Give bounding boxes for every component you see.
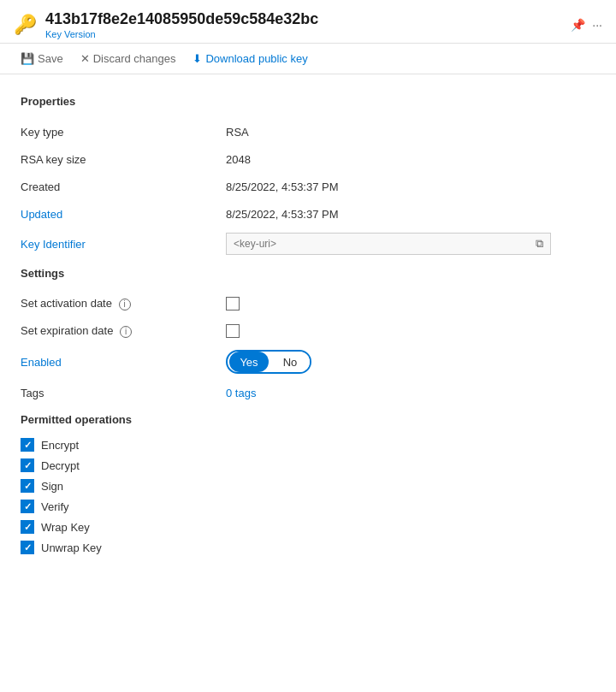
- toolbar: 💾 Save ✕ Discard changes ⬇ Download publ…: [0, 43, 616, 74]
- enabled-row: Enabled Yes No: [21, 345, 595, 379]
- more-icon[interactable]: ···: [592, 18, 602, 32]
- enabled-label: Enabled: [21, 356, 226, 369]
- discard-icon: ✕: [80, 52, 90, 65]
- expiration-date-label: Set expiration date i: [21, 324, 226, 338]
- properties-section-title: Properties: [21, 95, 595, 108]
- page-header: 🔑 413b17f8e2e14085950de59c584e32bc Key V…: [0, 0, 616, 43]
- page-title: 413b17f8e2e14085950de59c584e32bc: [45, 10, 318, 28]
- created-label: Created: [21, 180, 226, 193]
- rsa-key-size-row: RSA key size 2048: [21, 145, 595, 173]
- operation-row: Verify: [21, 496, 595, 517]
- expiration-date-info-icon[interactable]: i: [120, 326, 132, 338]
- enabled-toggle[interactable]: Yes No: [226, 350, 311, 374]
- activation-date-checkbox[interactable]: [226, 297, 240, 311]
- toggle-yes[interactable]: Yes: [229, 352, 269, 372]
- operation-label: Encrypt: [41, 439, 79, 452]
- permitted-operations-section: Permitted operations EncryptDecryptSignV…: [21, 413, 595, 558]
- header-actions: 📌 ···: [571, 18, 602, 32]
- operation-row: Decrypt: [21, 455, 595, 476]
- operation-checkbox[interactable]: [21, 458, 34, 472]
- operation-checkbox[interactable]: [21, 500, 34, 513]
- operation-checkbox[interactable]: [21, 520, 34, 534]
- updated-label: Updated: [21, 208, 226, 221]
- operation-label: Wrap Key: [41, 521, 90, 534]
- operation-checkbox[interactable]: [21, 541, 34, 554]
- download-label: Download public key: [205, 52, 307, 65]
- save-button[interactable]: 💾 Save: [14, 49, 70, 68]
- key-type-row: Key type RSA: [21, 118, 595, 145]
- expiration-date-checkbox-wrapper: [226, 324, 240, 338]
- operations-list: EncryptDecryptSignVerifyWrap KeyUnwrap K…: [21, 435, 595, 558]
- save-label: Save: [38, 52, 63, 65]
- tags-value[interactable]: 0 tags: [226, 387, 256, 399]
- key-identifier-field[interactable]: ⧉: [226, 233, 551, 255]
- rsa-key-size-label: RSA key size: [21, 153, 226, 166]
- key-icon: 🔑: [14, 14, 37, 36]
- activation-date-checkbox-wrapper: [226, 297, 240, 311]
- key-identifier-row: Key Identifier ⧉: [21, 228, 595, 260]
- operation-row: Encrypt: [21, 435, 595, 455]
- settings-section-title: Settings: [21, 267, 595, 280]
- operation-row: Sign: [21, 476, 595, 496]
- key-type-value: RSA: [226, 126, 595, 139]
- created-row: Created 8/25/2022, 4:53:37 PM: [21, 173, 595, 200]
- operation-row: Wrap Key: [21, 517, 595, 537]
- download-icon: ⬇: [192, 52, 202, 65]
- download-public-key-button[interactable]: ⬇ Download public key: [186, 49, 314, 68]
- expiration-date-checkbox[interactable]: [226, 324, 240, 338]
- created-value: 8/25/2022, 4:53:37 PM: [226, 180, 595, 193]
- content-area: Properties Key type RSA RSA key size 204…: [0, 74, 616, 571]
- tags-label: Tags: [21, 387, 226, 399]
- updated-value: 8/25/2022, 4:53:37 PM: [226, 208, 595, 221]
- operation-label: Decrypt: [41, 459, 80, 472]
- tags-row: Tags 0 tags: [21, 379, 595, 406]
- settings-section: Settings Set activation date i Set expir…: [21, 267, 595, 406]
- activation-date-row: Set activation date i: [21, 290, 595, 317]
- toggle-no[interactable]: No: [270, 352, 310, 372]
- activation-date-info-icon[interactable]: i: [119, 299, 131, 311]
- key-type-label: Key type: [21, 126, 226, 139]
- key-identifier-input[interactable]: [234, 238, 532, 250]
- discard-label: Discard changes: [93, 52, 176, 65]
- operation-row: Unwrap Key: [21, 537, 595, 558]
- updated-row: Updated 8/25/2022, 4:53:37 PM: [21, 200, 595, 228]
- copy-icon[interactable]: ⧉: [536, 237, 543, 251]
- operation-checkbox[interactable]: [21, 479, 34, 493]
- operation-label: Verify: [41, 500, 69, 513]
- pin-icon[interactable]: 📌: [571, 18, 585, 32]
- discard-button[interactable]: ✕ Discard changes: [74, 49, 183, 68]
- expiration-date-row: Set expiration date i: [21, 317, 595, 345]
- operation-checkbox[interactable]: [21, 438, 34, 452]
- key-identifier-label: Key Identifier: [21, 238, 226, 251]
- operation-label: Unwrap Key: [41, 541, 102, 554]
- operation-label: Sign: [41, 480, 63, 493]
- permitted-operations-title: Permitted operations: [21, 413, 595, 426]
- page-subtitle: Key Version: [45, 29, 318, 39]
- rsa-key-size-value: 2048: [226, 153, 595, 166]
- header-title-block: 413b17f8e2e14085950de59c584e32bc Key Ver…: [45, 10, 318, 39]
- save-icon: 💾: [21, 52, 34, 65]
- activation-date-label: Set activation date i: [21, 297, 226, 311]
